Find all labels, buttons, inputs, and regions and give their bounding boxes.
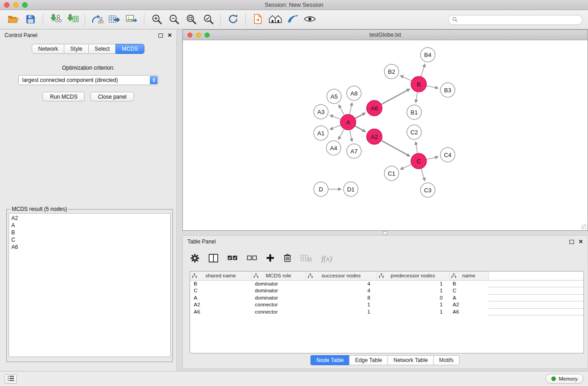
zoom-network-window-button[interactable] <box>205 33 210 38</box>
node-B2[interactable]: B2 <box>384 64 399 79</box>
node-A[interactable]: A <box>340 114 356 130</box>
import-table-file-button[interactable] <box>64 12 81 28</box>
edge-B-B2[interactable] <box>400 76 411 81</box>
node-A7[interactable]: A7 <box>347 144 361 158</box>
zoom-in-button[interactable] <box>148 12 165 28</box>
column-header-predecessor-nodes[interactable]: predecessor nodes <box>377 272 449 280</box>
import-network-file-button[interactable] <box>47 12 64 28</box>
home-button[interactable] <box>267 12 284 28</box>
edge-C-C4[interactable] <box>427 157 439 159</box>
cell-shared-name[interactable]: A <box>190 294 251 301</box>
cell-name[interactable]: A2 <box>449 301 488 309</box>
node-C4[interactable]: C4 <box>440 148 455 162</box>
mcds-result-item[interactable]: B <box>9 229 170 236</box>
cell-mcds-role[interactable]: dominator <box>251 287 306 295</box>
optimization-criterion-dropdown[interactable]: largest connected component (directed) <box>18 75 158 85</box>
node-C1[interactable]: C1 <box>384 166 399 181</box>
cell-shared-name[interactable]: A6 <box>190 308 251 315</box>
add-column-button[interactable] <box>266 254 274 263</box>
cell-shared-name[interactable]: B <box>190 280 251 287</box>
window-resize-grip[interactable] <box>581 224 587 230</box>
table-row[interactable]: Bdominator41B <box>190 280 583 287</box>
tab-network[interactable]: Network <box>32 44 64 54</box>
table-settings-button[interactable] <box>190 253 200 264</box>
float-panel-button[interactable] <box>158 33 163 38</box>
table-row[interactable]: A6connector11A6 <box>190 308 583 315</box>
edge-A-A2[interactable] <box>355 126 366 132</box>
tab-network-table[interactable]: Network Table <box>387 355 434 365</box>
open-document-button[interactable] <box>249 12 267 28</box>
search-box[interactable] <box>448 15 583 25</box>
edge-A-A3[interactable] <box>330 115 341 119</box>
close-panel-button[interactable]: ✕ <box>167 33 172 38</box>
node-B3[interactable]: B3 <box>440 83 455 97</box>
edge-A-A6[interactable] <box>355 113 366 118</box>
edge-C-C2[interactable] <box>416 142 417 153</box>
tab-node-table[interactable]: Node Table <box>311 355 350 365</box>
edge-A-A5[interactable] <box>339 105 344 115</box>
cell-successor-nodes[interactable]: 1 <box>306 301 377 309</box>
cell-mcds-role[interactable]: connector <box>251 308 306 315</box>
splitter-handle[interactable] <box>383 231 387 235</box>
column-header-name[interactable]: name <box>449 272 488 280</box>
column-header-shared-name[interactable]: shared name <box>190 272 251 280</box>
cell-mcds-role[interactable]: dominator <box>251 294 306 301</box>
tab-edge-table[interactable]: Edge Table <box>349 355 388 365</box>
node-C3[interactable]: C3 <box>421 183 435 197</box>
edge-B-B1[interactable] <box>416 92 417 103</box>
search-input[interactable] <box>460 17 578 23</box>
close-network-window-button[interactable] <box>187 33 192 38</box>
cell-shared-name[interactable]: C <box>190 287 251 295</box>
minimize-network-window-button[interactable] <box>196 33 201 38</box>
open-session-button[interactable] <box>5 12 22 28</box>
edge-A-A4[interactable] <box>338 129 344 140</box>
edge-C-C1[interactable] <box>400 164 411 169</box>
cell-mcds-role[interactable]: connector <box>251 301 306 309</box>
mcds-result-item[interactable]: A <box>9 222 170 229</box>
deselect-all-button[interactable] <box>247 255 257 262</box>
zoom-selected-button[interactable] <box>200 12 217 28</box>
node-D[interactable]: D <box>314 182 328 196</box>
tab-select[interactable]: Select <box>88 44 116 54</box>
tab-motifs[interactable]: Motifs <box>433 355 459 365</box>
node-A2[interactable]: A2 <box>367 129 382 144</box>
node-B1[interactable]: B1 <box>407 105 421 119</box>
cell-predecessor-nodes[interactable]: 1 <box>377 308 449 315</box>
delete-column-button[interactable] <box>283 253 292 264</box>
task-history-button[interactable] <box>5 374 17 384</box>
node-B[interactable]: B <box>411 76 426 92</box>
show-hide-button[interactable] <box>301 12 318 28</box>
edge-A2-C[interactable] <box>382 141 410 157</box>
table-row[interactable]: Cdominator41C <box>190 287 583 295</box>
node-C2[interactable]: C2 <box>407 125 421 139</box>
column-header-mcds-role[interactable]: MCDS role <box>251 272 306 280</box>
node-D1[interactable]: D1 <box>344 182 358 196</box>
node-B4[interactable]: B4 <box>421 48 435 62</box>
cell-name[interactable]: A <box>449 294 488 301</box>
cell-predecessor-nodes[interactable]: 1 <box>377 280 449 287</box>
cell-successor-nodes[interactable]: 1 <box>306 308 377 315</box>
edge-A-A1[interactable] <box>330 125 340 130</box>
node-A1[interactable]: A1 <box>314 126 328 140</box>
cell-predecessor-nodes[interactable]: 0 <box>377 294 449 301</box>
network-graph[interactable]: B4B2BB3A8A5A6A3B1AC2A1A2A4A7C4CC1C3DD1 <box>183 40 588 230</box>
edge-A-A7[interactable] <box>350 130 352 142</box>
select-all-button[interactable] <box>227 255 238 262</box>
delete-table-button[interactable] <box>301 254 312 263</box>
cell-name[interactable]: B <box>449 280 488 287</box>
close-panel-button-secondary[interactable]: Close panel <box>91 92 134 101</box>
node-A3[interactable]: A3 <box>314 105 328 119</box>
node-A8[interactable]: A8 <box>347 86 361 100</box>
cell-mcds-role[interactable]: dominator <box>251 280 306 287</box>
column-header-successor-nodes[interactable]: successor nodes <box>306 272 377 280</box>
table-row[interactable]: Adominator80A <box>190 294 583 301</box>
mcds-result-list[interactable]: A2ABCA6 <box>9 213 171 357</box>
network-canvas[interactable]: B4B2BB3A8A5A6A3B1AC2A1A2A4A7C4CC1C3DD1 <box>183 40 588 230</box>
save-session-button[interactable] <box>22 12 39 28</box>
node-A5[interactable]: A5 <box>327 89 341 104</box>
cell-successor-nodes[interactable]: 4 <box>306 287 377 295</box>
edge-B-B4[interactable] <box>421 64 425 76</box>
node-C[interactable]: C <box>411 153 426 169</box>
table-row[interactable]: A2connector11A2 <box>190 301 583 309</box>
node-A6[interactable]: A6 <box>367 100 382 116</box>
